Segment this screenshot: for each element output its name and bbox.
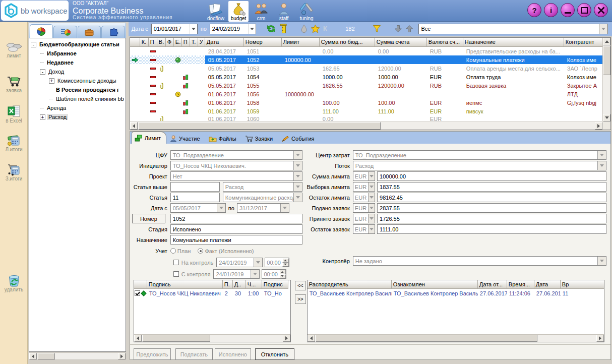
article-above-combo[interactable]: Расход [223, 182, 302, 192]
detail-tab-Заявки[interactable]: Заявки [242, 133, 278, 144]
sidebar-item-delete[interactable]: удалить [0, 274, 28, 292]
table-row[interactable]: 28.04.201710510.000.00RUBПредставительск… [130, 47, 602, 55]
module-staff[interactable]: staff [274, 1, 294, 22]
tree-item[interactable]: Избранное [31, 49, 126, 58]
table-row[interactable]: 01.06.201710600.00EUR [130, 115, 602, 121]
requests-filed-currency-combo[interactable]: EUR [353, 203, 375, 213]
grid-column-header[interactable]: Лимит [282, 38, 320, 47]
spin-down-icon[interactable] [279, 274, 286, 279]
sidebar-item-l-totals[interactable]: Л.итоги [0, 134, 28, 152]
module-crm[interactable]: crm [251, 1, 271, 22]
manager-row[interactable]: ТО_Васильев Контролер ВасильевичТО_Васил… [308, 289, 604, 297]
date-from-field[interactable]: 05/05/2017 [170, 203, 226, 213]
signatures-column-header[interactable] [134, 280, 147, 289]
signature-checkbox[interactable] [135, 290, 140, 296]
category-filter-combo[interactable]: Все [418, 24, 608, 34]
transfer-left-button[interactable]: << [295, 281, 306, 290]
action-button-2[interactable]: Подписать [175, 348, 213, 360]
window-minimize-button[interactable] [561, 3, 575, 17]
spin-down-icon[interactable] [282, 263, 289, 267]
module-docflow[interactable]: docflow [206, 1, 226, 22]
article-input[interactable]: 11 [170, 193, 220, 202]
managers-column-header[interactable]: Время... [507, 280, 534, 289]
tree-item[interactable]: Шаблон полей слияния bb [31, 94, 126, 103]
grid-column-header[interactable]: Назначение [463, 38, 564, 47]
spin-up-icon[interactable] [279, 270, 286, 274]
grid-column-header[interactable] [130, 38, 140, 47]
scroll-thumb[interactable] [139, 122, 381, 130]
tree-tab-pie[interactable] [30, 24, 53, 38]
detail-tab-Файлы[interactable]: Файлы [206, 133, 241, 144]
flame-icon[interactable] [300, 24, 308, 33]
action-button-4[interactable]: Отклонить [255, 348, 294, 360]
limit-sum-input[interactable]: 100000.00 [377, 171, 606, 181]
tree-tab-puzzle[interactable] [101, 26, 125, 38]
grid-column-header[interactable]: Е. [174, 38, 182, 47]
ruler-icon[interactable] [279, 24, 287, 34]
table-row[interactable]: 01.06.20171058100.00100.00EURиепмсGj,fys… [130, 98, 602, 107]
collapse-icon[interactable]: - [31, 42, 36, 47]
detail-tab-События[interactable]: События [279, 133, 319, 144]
cfu-combo[interactable]: ТО_Подразделение [170, 150, 302, 160]
grid-vertical-scrollbar[interactable] [602, 38, 610, 122]
star-icon[interactable] [311, 24, 320, 33]
refresh-icon[interactable] [266, 24, 276, 33]
tree-item[interactable]: +Расход [31, 112, 126, 122]
module-budget[interactable]: budget [228, 1, 249, 22]
sidebar-item-limit[interactable]: лимит [0, 42, 28, 58]
scroll-left-icon[interactable] [130, 122, 138, 130]
grid-column-header[interactable]: Контрагент [564, 38, 602, 47]
scroll-down-icon[interactable] [603, 114, 610, 122]
spin-up-icon[interactable] [282, 258, 289, 263]
managers-horizontal-scrollbar[interactable] [308, 334, 604, 342]
tree-tab-report[interactable] [53, 26, 77, 38]
chevron-down-icon[interactable] [599, 24, 607, 34]
initiator-combo[interactable]: ТО_Носов ЧКЦ Николаевич. [170, 161, 302, 170]
on-control-date-combo[interactable]: 24/01/2019 [216, 258, 263, 267]
limit-used-currency-combo[interactable]: EUR [353, 182, 375, 192]
sidebar-item-excel[interactable]: в Excel [0, 105, 28, 124]
tree-horizontal-scrollbar[interactable] [29, 352, 126, 360]
table-row[interactable]: 05.05.20171053162.6512000.00RUBОплата ар… [130, 64, 602, 73]
chevron-down-icon[interactable] [248, 24, 256, 34]
grid-column-header[interactable]: У [198, 38, 205, 47]
window-info-button[interactable]: i [544, 3, 558, 17]
number-input[interactable]: 1052 [170, 214, 302, 223]
number-button[interactable]: Номер [132, 214, 165, 223]
grid-column-header[interactable]: Валюта сч... [427, 38, 463, 47]
transfer-right-button[interactable]: >> [295, 294, 306, 304]
off-control-checkbox[interactable] [173, 271, 179, 277]
signatures-column-header[interactable]: Ч... [246, 280, 262, 289]
fact-radio[interactable]: Факт (Исполненно) [198, 248, 254, 254]
filter-funnel-icon[interactable] [373, 25, 381, 33]
tree-item[interactable]: -Бюджетообразующие статьи [31, 40, 126, 49]
project-combo[interactable]: Нет [170, 171, 302, 181]
scroll-thumb[interactable] [142, 335, 210, 342]
managers-column-header[interactable]: Распорядитель [308, 280, 392, 289]
tree-item[interactable]: Недавнее [31, 58, 126, 67]
tree-item[interactable]: +Комиссионные доходы [31, 76, 126, 85]
scroll-thumb[interactable] [38, 353, 55, 359]
plan-radio[interactable]: План [170, 248, 191, 254]
table-row[interactable]: 05.05.201710551626.55120000.00RUBБазовая… [130, 81, 602, 90]
k-toggle-icon[interactable]: К [323, 25, 328, 33]
scroll-right-icon[interactable] [118, 353, 126, 359]
off-control-date-combo[interactable]: 24/01/2019 [213, 269, 260, 279]
grid-column-header[interactable]: Номер [244, 38, 282, 47]
signature-row[interactable]: ТО_Носов ЧКЦ Николаевич2301:00ТО_Но [134, 289, 290, 297]
sidebar-item-z-totals[interactable]: З.итоги [0, 163, 28, 181]
date-to-combo[interactable]: 24/02/2019 [210, 24, 256, 34]
cost-center-combo[interactable]: ТО_Подразделение [353, 150, 606, 160]
tree-tab-briefcase[interactable] [78, 26, 101, 38]
grid-column-header[interactable]: В. [157, 38, 166, 47]
scroll-right-icon[interactable] [596, 335, 604, 342]
window-help-button[interactable]: ? [527, 3, 541, 17]
grid-column-header[interactable]: К. [140, 38, 149, 47]
requests-rest-input[interactable]: 1111.00 [377, 224, 606, 234]
stage-input[interactable]: Исполнено [170, 224, 302, 234]
requests-rest-currency-combo[interactable]: EUR [353, 224, 375, 234]
module-tuning[interactable]: tuning [296, 1, 317, 22]
grid-column-header[interactable]: П [149, 38, 157, 47]
on-control-checkbox[interactable] [173, 260, 179, 265]
grid-column-header[interactable]: П [182, 38, 190, 47]
